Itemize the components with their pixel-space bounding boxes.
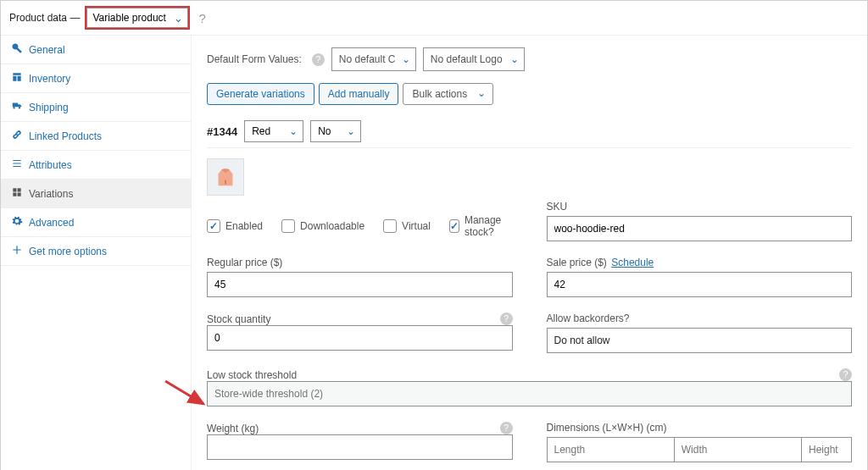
height-input[interactable] (801, 437, 852, 462)
dimensions-label: Dimensions (L×W×H) (cm) (547, 422, 853, 434)
tab-label: Get more options (29, 246, 107, 257)
virtual-label: Virtual (402, 220, 431, 232)
tab-label: Attributes (29, 159, 72, 171)
variation-attr-logo-select[interactable]: No (310, 120, 361, 142)
checkbox-icon (449, 219, 459, 233)
regular-price-input[interactable] (207, 272, 513, 297)
variations-icon (11, 186, 23, 201)
backorders-label: Allow backorders? (547, 312, 853, 324)
tab-label: Variations (29, 188, 73, 200)
sale-price-input[interactable] (547, 272, 853, 297)
product-data-label: Product data — (9, 12, 80, 24)
tab-inventory[interactable]: Inventory (1, 64, 191, 93)
variation-id: #1344 (207, 125, 237, 138)
tab-attributes[interactable]: Attributes (1, 151, 191, 180)
length-input[interactable] (547, 437, 674, 462)
tool-icon (11, 42, 23, 57)
weight-input[interactable] (207, 434, 513, 460)
bulk-actions-button[interactable]: Bulk actions (403, 83, 493, 105)
tab-label: General (29, 44, 65, 56)
help-icon[interactable]: ? (839, 368, 852, 381)
add-manually-button[interactable]: Add manually (319, 83, 399, 105)
stock-qty-label: Stock quantity (207, 313, 270, 325)
help-icon[interactable]: ? (312, 53, 325, 66)
variation-attr-color-select[interactable]: Red (244, 120, 303, 142)
variation-image-thumb[interactable] (207, 158, 244, 196)
low-stock-label: Low stock threshold (207, 369, 297, 381)
link-icon (11, 129, 23, 143)
product-type-select[interactable]: Variable product (86, 8, 188, 28)
list-icon (11, 158, 23, 172)
virtual-checkbox[interactable]: Virtual (383, 214, 431, 238)
gear-icon (11, 215, 23, 229)
help-icon[interactable]: ? (500, 422, 513, 434)
tab-label: Linked Products (29, 130, 102, 142)
tab-general[interactable]: General (1, 36, 191, 64)
weight-label: Weight (kg) (207, 423, 259, 434)
tab-label: Shipping (29, 102, 69, 113)
tab-label: Advanced (29, 217, 74, 229)
checkbox-icon (383, 219, 397, 233)
checkbox-icon (281, 219, 295, 233)
product-type-highlight: Variable product ⌄ (85, 6, 190, 30)
default-form-values-label: Default Form Values: (207, 53, 302, 65)
shipping-icon (11, 100, 23, 114)
checkbox-icon (207, 219, 220, 233)
manage-stock-label: Manage stock? (465, 214, 513, 238)
manage-stock-checkbox[interactable]: Manage stock? (449, 214, 513, 238)
schedule-link[interactable]: Schedule (611, 257, 654, 268)
stock-qty-input[interactable] (207, 325, 513, 351)
plus-icon (11, 244, 23, 258)
help-icon[interactable]: ? (198, 11, 205, 25)
sku-input[interactable] (547, 216, 853, 241)
tab-linked[interactable]: Linked Products (1, 122, 191, 151)
low-stock-input[interactable] (207, 381, 852, 406)
backorders-select[interactable]: Do not allow (547, 328, 853, 353)
svg-rect-0 (225, 180, 226, 185)
hoodie-icon (213, 164, 238, 190)
help-icon[interactable]: ? (500, 312, 513, 325)
default-color-select[interactable]: No default Color… (331, 47, 416, 71)
sku-label: SKU (547, 201, 853, 213)
generate-variations-button[interactable]: Generate variations (207, 83, 314, 105)
enabled-checkbox[interactable]: Enabled (207, 214, 263, 238)
default-logo-select[interactable]: No default Logo… (423, 47, 525, 71)
sale-price-label: Sale price ($) Schedule (547, 257, 853, 268)
regular-price-label: Regular price ($) (207, 257, 513, 268)
tab-variations[interactable]: Variations (1, 180, 191, 208)
tab-label: Inventory (29, 73, 70, 85)
tab-getmore[interactable]: Get more options (1, 237, 191, 266)
width-input[interactable] (674, 437, 801, 462)
tab-shipping[interactable]: Shipping (1, 93, 191, 122)
enabled-label: Enabled (225, 220, 263, 232)
inventory-icon (11, 71, 23, 86)
downloadable-checkbox[interactable]: Downloadable (281, 214, 364, 238)
downloadable-label: Downloadable (300, 220, 364, 232)
tab-advanced[interactable]: Advanced (1, 208, 191, 237)
